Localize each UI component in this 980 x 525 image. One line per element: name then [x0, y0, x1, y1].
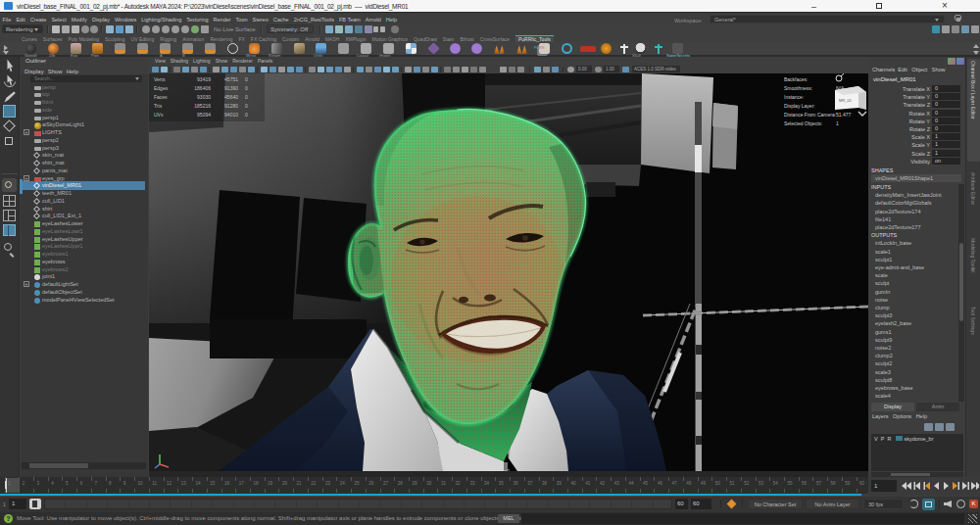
svg-text:95094: 95094 [197, 112, 211, 118]
svg-text:UVs: UVs [154, 112, 164, 118]
svg-text:185216: 185216 [194, 103, 211, 109]
svg-text:Selected Objects:: Selected Objects: [784, 120, 822, 126]
svg-text:91390: 91390 [224, 85, 238, 91]
svg-text:Display Layer:: Display Layer: [784, 103, 815, 109]
svg-text:Faces: Faces [154, 94, 168, 100]
svg-text:94010: 94010 [224, 112, 238, 118]
svg-text:45751: 45751 [224, 76, 238, 82]
svg-text:91280: 91280 [224, 103, 238, 109]
svg-text:186406: 186406 [194, 85, 211, 91]
svg-text:Edges: Edges [154, 85, 169, 91]
svg-text:MR_01: MR_01 [839, 98, 853, 103]
svg-text:Verts: Verts [154, 76, 166, 82]
svg-text:0: 0 [245, 112, 248, 118]
svg-text:0: 0 [245, 76, 248, 82]
svg-text:Tris: Tris [154, 103, 163, 109]
svg-text:45640: 45640 [224, 94, 238, 100]
svg-text:Instance:: Instance: [784, 94, 804, 100]
svg-text:0: 0 [245, 85, 248, 91]
svg-text:93419: 93419 [197, 76, 211, 82]
svg-text:Backfaces:: Backfaces: [784, 76, 808, 82]
svg-text:51.477: 51.477 [836, 112, 852, 118]
svg-text:93030: 93030 [197, 94, 211, 100]
svg-text:Smoothness:: Smoothness: [784, 85, 812, 91]
svg-text:0: 0 [245, 94, 248, 100]
svg-text:0: 0 [245, 103, 248, 109]
svg-text:Distance From Camera:: Distance From Camera: [784, 112, 836, 118]
svg-text:1: 1 [836, 120, 839, 126]
